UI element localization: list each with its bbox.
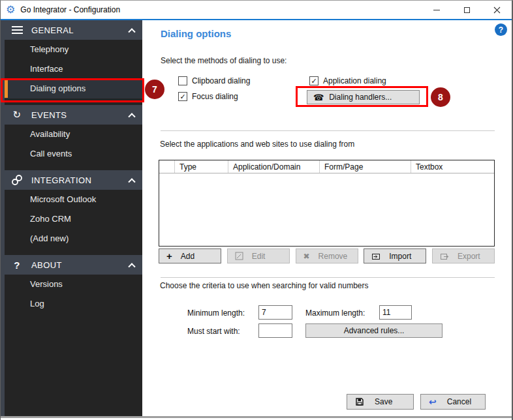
maximum-length-input[interactable] [379, 305, 412, 320]
button-label: Edit [252, 252, 266, 261]
integration-items: Microsoft Outlook Zoho CRM (Add new) [5, 190, 142, 255]
step-8-badge: 8 [431, 87, 450, 107]
table-body[interactable] [159, 173, 494, 246]
chevron-up-icon [128, 113, 135, 120]
sidebar-item-dialing-options[interactable]: Dialing options [5, 79, 142, 98]
general-items: Telephony Interface Dialing options [5, 40, 142, 105]
import-icon [371, 252, 381, 260]
add-icon: + [166, 252, 172, 260]
section-label: EVENTS [31, 110, 67, 120]
sidebar-section-events[interactable]: ↻ EVENTS [1, 105, 142, 125]
table-actions: + Add Edit ✖ Remove Import Export [159, 248, 495, 263]
sidebar-item-telephony[interactable]: Telephony [5, 40, 142, 59]
step-7-badge: 7 [145, 80, 164, 99]
import-button[interactable]: Import [364, 248, 426, 263]
chevron-up-icon [128, 178, 135, 185]
button-label: Save [375, 397, 392, 406]
window-bottom-border [1, 416, 512, 418]
checkbox-label: Clipboard dialing [192, 76, 250, 85]
edit-button: Edit [227, 248, 290, 263]
sidebar-section-about[interactable]: ? ABOUT [1, 255, 142, 275]
sidebar: GENERAL Telephony Interface Dialing opti… [1, 20, 142, 416]
active-accent [5, 80, 8, 98]
window-controls [422, 1, 512, 19]
maximum-length-label: Maximum length: [305, 308, 365, 318]
methods-label: Select the methods of dialing to use: [161, 56, 287, 65]
must-start-with-input[interactable] [258, 323, 292, 338]
close-icon [493, 7, 501, 14]
application-dialing-checkbox-row: ✓ Application dialing [309, 76, 386, 85]
minimum-length-input[interactable] [258, 305, 292, 320]
main-panel: Dialing options ? Select the methods of … [142, 20, 512, 416]
button-label: Add [181, 252, 194, 261]
sidebar-section-general[interactable]: GENERAL [1, 20, 142, 40]
column-header-blank [159, 160, 175, 173]
sidebar-item-interface[interactable]: Interface [5, 59, 142, 79]
button-label: Import [389, 252, 411, 261]
maximize-button[interactable] [452, 1, 482, 19]
sidebar-item-microsoft-outlook[interactable]: Microsoft Outlook [5, 190, 142, 209]
focus-dialing-checkbox-row: ✓ Focus dialing [178, 92, 238, 101]
column-header-form-page: Form/Page [320, 160, 411, 173]
integration-link-icon [10, 174, 24, 186]
column-header-type: Type [175, 160, 228, 173]
events-icon: ↻ [10, 109, 24, 121]
edit-icon [235, 252, 243, 260]
separator [161, 130, 495, 131]
app-gear-icon: ⚙ [6, 5, 15, 15]
about-items: Versions Log [5, 275, 142, 314]
close-button[interactable] [482, 1, 512, 19]
events-items: Availability Call events [5, 125, 142, 170]
sidebar-item-availability[interactable]: Availability [5, 125, 142, 144]
clipboard-dialing-checkbox-row: ✓ Clipboard dialing [178, 76, 250, 85]
checkbox-label: Focus dialing [192, 92, 238, 101]
sidebar-item-log[interactable]: Log [5, 294, 142, 314]
button-label: Export [458, 252, 480, 261]
cancel-arrow-icon: ↩ [429, 397, 437, 406]
about-question-icon: ? [10, 260, 24, 271]
check-icon: ✓ [311, 76, 317, 85]
applications-label: Select the applications and web sites to… [160, 140, 354, 149]
save-button[interactable]: Save [347, 394, 414, 410]
configuration-window: ⚙ Go Integrator - Configuration GENERAL … [0, 0, 513, 420]
window-title: Go Integrator - Configuration [20, 5, 120, 14]
minimize-icon [433, 10, 440, 10]
sidebar-item-versions[interactable]: Versions [5, 275, 142, 294]
sidebar-item-add-new[interactable]: (Add new) [5, 229, 142, 248]
page-title: Dialing options [161, 28, 231, 39]
focus-dialing-checkbox[interactable]: ✓ [178, 92, 187, 101]
applications-table: Type Application/Domain Form/Page Textbo… [159, 160, 495, 247]
sidebar-item-label: Dialing options [30, 83, 86, 93]
save-icon [355, 397, 364, 406]
chevron-up-icon [128, 263, 135, 270]
button-label: Advanced rules... [344, 326, 405, 335]
export-icon [440, 252, 449, 260]
clipboard-dialing-checkbox[interactable]: ✓ [178, 76, 187, 85]
sidebar-section-integration[interactable]: INTEGRATION [1, 170, 142, 190]
sidebar-item-zoho-crm[interactable]: Zoho CRM [5, 209, 142, 229]
sidebar-item-call-events[interactable]: Call events [5, 144, 142, 164]
button-label: Cancel [447, 397, 471, 406]
criteria-label: Choose the criteria to use when searchin… [160, 281, 369, 290]
column-header-application-domain: Application/Domain [228, 160, 320, 173]
check-icon: ✓ [179, 92, 185, 101]
dialing-handlers-button[interactable]: ☎ Dialing handlers... [307, 90, 420, 104]
minimum-length-label: Minimum length: [187, 308, 245, 318]
must-start-with-label: Must start with: [187, 327, 240, 336]
checkbox-label: Application dialing [323, 76, 386, 85]
section-label: ABOUT [31, 260, 62, 270]
remove-button: ✖ Remove [296, 248, 358, 263]
chevron-up-icon [128, 28, 135, 35]
remove-icon: ✖ [303, 252, 310, 261]
phone-icon: ☎ [313, 93, 324, 102]
help-icon[interactable]: ? [495, 23, 507, 36]
advanced-rules-button[interactable]: Advanced rules... [305, 323, 443, 338]
application-dialing-checkbox[interactable]: ✓ [309, 76, 319, 85]
sidebar-filler [5, 314, 142, 416]
column-header-textbox: Textbox [411, 160, 494, 173]
cancel-button[interactable]: ↩ Cancel [420, 394, 486, 410]
minimize-button[interactable] [422, 1, 452, 19]
table-header: Type Application/Domain Form/Page Textbo… [159, 160, 494, 173]
export-button: Export [432, 248, 495, 263]
add-button[interactable]: + Add [159, 248, 221, 263]
